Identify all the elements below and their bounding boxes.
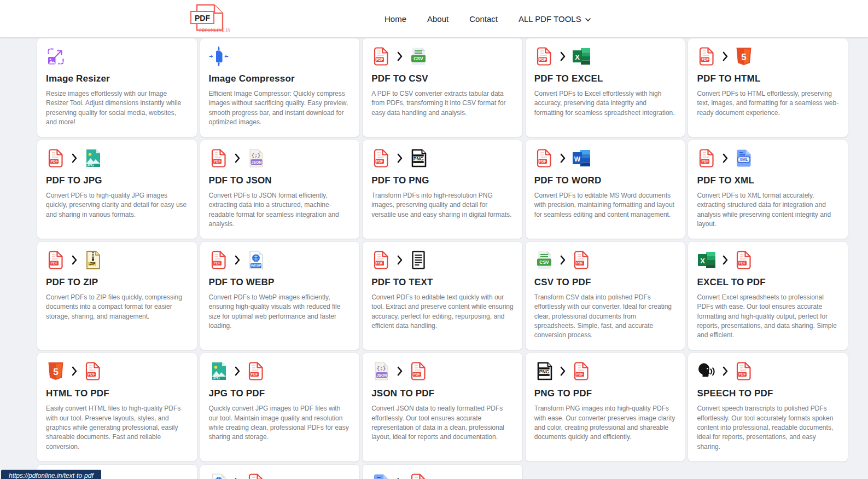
tool-card-image-compressor[interactable]: Image Compressor Efficient Image Compres… — [200, 38, 360, 137]
svg-text:PDF: PDF — [213, 159, 220, 163]
svg-text:PDF: PDF — [376, 159, 383, 163]
arrow-right-icon — [560, 153, 566, 164]
svg-text:JSON: JSON — [377, 373, 387, 377]
nav-link-about[interactable]: About — [427, 14, 448, 24]
jpg-icon: JPG — [83, 148, 103, 168]
tool-icons — [46, 46, 188, 67]
excel-icon: X — [697, 250, 716, 270]
svg-text:PDF: PDF — [702, 57, 709, 61]
tool-description: Convert PDFs to HTML effortlessly, prese… — [697, 89, 839, 118]
tool-card-webp-to-pdf[interactable]: WEBPPDF WEBP TO PDF Convert PDFs to WebP… — [200, 465, 360, 479]
nav-link-contact[interactable]: Contact — [469, 14, 498, 24]
svg-text:PDF: PDF — [739, 261, 746, 265]
site-logo[interactable]: PDF PDFONLINE.IN — [188, 3, 234, 36]
tool-icons: PDFPNG — [371, 148, 514, 169]
json-icon: {;}JSON — [246, 148, 266, 168]
svg-text:5: 5 — [53, 367, 58, 377]
tool-card-pdf-to-jpg[interactable]: PDFJPG PDF TO JPG Convert PDFs to high-q… — [37, 140, 197, 239]
tool-title: Image Compressor — [209, 73, 351, 84]
tool-card-pdf-to-webp[interactable]: PDFWEBP PDF TO WEBP Convert PDFs to WebP… — [200, 242, 360, 350]
tool-card-jpg-to-pdf[interactable]: JPGPDF JPG TO PDF Quickly convert JPG im… — [200, 353, 360, 461]
tool-icons: PDFW — [534, 148, 677, 169]
arrow-right-icon — [71, 153, 78, 164]
tool-card-json-to-pdf[interactable]: {;}JSONPDF JSON TO PDF Convert JSON data… — [363, 353, 522, 461]
tool-card-csv-to-pdf[interactable]: CSVPDF CSV TO PDF Transform CSV data int… — [526, 242, 685, 350]
png-icon: PNG — [409, 148, 428, 168]
image-resizer-icon — [46, 47, 66, 66]
tool-description: Transform PNG images into high-quality P… — [534, 404, 677, 442]
svg-text:CSV: CSV — [413, 56, 423, 61]
tool-icons: PDF{;}JSON — [209, 148, 351, 169]
tool-description: Convert speech transcripts to polished P… — [697, 404, 839, 451]
tool-card-pdf-to-json[interactable]: PDF{;}JSON PDF TO JSON Convert PDFs to J… — [200, 140, 360, 239]
tool-icons: JPGPDF — [209, 361, 351, 382]
tool-card-pdf-to-html[interactable]: PDF5 PDF TO HTML Convert PDFs to HTML ef… — [688, 38, 848, 137]
tool-card-pdf-to-xml[interactable]: PDFXML PDF TO XML Convert PDFs to XML fo… — [688, 140, 848, 239]
pdf-icon: PDF — [209, 250, 229, 270]
tool-title: PDF TO EXCEL — [534, 73, 677, 84]
tool-icons: PDF — [697, 361, 839, 382]
tool-description: Convert PDFs to ZIP files quickly, compr… — [46, 293, 188, 321]
tool-card-pdf-to-word[interactable]: PDFW PDF TO WORD Convert PDFs to editabl… — [526, 140, 685, 239]
svg-text:PNG: PNG — [539, 369, 549, 374]
nav-link-home[interactable]: Home — [385, 14, 406, 24]
tool-title: PDF TO HTML — [697, 73, 839, 84]
tool-icons: PDFCSV — [371, 46, 514, 67]
tool-icons — [209, 46, 351, 67]
tool-card-xml-to-pdf[interactable]: XMLPDF XML TO PDF Convert HTML files to … — [363, 465, 522, 479]
svg-text:X: X — [701, 257, 706, 265]
tool-card-image-resizer[interactable]: Image Resizer Resize images effortlessly… — [37, 38, 197, 137]
pdf-icon: PDF — [572, 361, 591, 381]
tool-card-pdf-to-csv[interactable]: PDFCSV PDF TO CSV A PDF to CSV converter… — [363, 38, 522, 137]
pdf-icon: PDF — [734, 250, 754, 270]
pdf-icon: PDF — [734, 361, 754, 381]
tool-title: Image Resizer — [46, 73, 188, 84]
tool-card-speech-to-pdf[interactable]: PDF SPEECH TO PDF Convert speech transcr… — [688, 353, 848, 461]
zip-icon: .ZIP — [83, 250, 103, 270]
arrow-right-icon — [722, 153, 729, 164]
nav-link-all-pdf-tools[interactable]: ALL PDF TOOLS — [519, 14, 591, 24]
tool-icons: PDFX — [534, 46, 677, 67]
tool-description: Easily convert HTML files to high-qualit… — [46, 404, 188, 451]
arrow-right-icon — [722, 255, 729, 266]
pdf-icon: PDF — [209, 148, 229, 168]
svg-text:WEBP: WEBP — [251, 264, 261, 268]
svg-text:W: W — [574, 155, 581, 163]
tool-description: Convert PDFs to WebP images efficiently,… — [209, 293, 351, 331]
tool-card-pdf-to-text[interactable]: PDF PDF TO TEXT Convert PDFs to editable… — [363, 242, 522, 350]
svg-text:PDFONLINE.IN: PDFONLINE.IN — [199, 28, 231, 33]
tool-title: HTML TO PDF — [46, 388, 188, 399]
tool-card-html-to-pdf[interactable]: 5PDF HTML TO PDF Easily convert HTML fil… — [37, 353, 197, 461]
tool-card-pdf-to-zip[interactable]: PDF.ZIP PDF TO ZIP Convert PDFs to ZIP f… — [37, 242, 197, 350]
pdf-icon: PDF — [371, 148, 391, 168]
arrow-right-icon — [560, 255, 566, 266]
tool-icons: 5PDF — [46, 361, 188, 382]
arrow-right-icon — [560, 51, 566, 62]
tool-card-excel-to-pdf[interactable]: XPDF EXCEL TO PDF Convert Excel spreadsh… — [688, 242, 848, 350]
svg-text:PDF: PDF — [576, 261, 583, 265]
svg-text:PDF: PDF — [376, 57, 383, 61]
word-icon: W — [572, 148, 591, 168]
tool-icons: XPDF — [697, 250, 839, 270]
xml-icon: XML — [734, 148, 754, 168]
tool-icons: PDFWEBP — [209, 250, 351, 270]
tool-card-pdf-to-excel[interactable]: PDFX PDF TO EXCEL Convert PDFs to Excel … — [526, 38, 685, 137]
tool-card-png-to-pdf[interactable]: PNGPDF PNG TO PDF Transform PNG images i… — [526, 353, 685, 461]
csv-icon: CSV — [409, 47, 428, 66]
tool-description: Transform CSV data into polished PDFs ef… — [534, 293, 677, 340]
arrow-right-icon — [722, 51, 729, 62]
pdf-icon: PDF — [371, 250, 391, 270]
tool-card-pdf-to-png[interactable]: PDFPNG PDF TO PNG Transform PDFs into hi… — [363, 140, 522, 239]
arrow-right-icon — [397, 51, 403, 62]
tool-title: SPEECH TO PDF — [697, 388, 839, 399]
arrow-right-icon — [722, 366, 729, 377]
pdf-icon: PDF — [371, 47, 391, 66]
nav-label: Home — [385, 14, 406, 24]
svg-text:.ZIP: .ZIP — [89, 262, 96, 266]
tool-title: JPG TO PDF — [209, 388, 351, 399]
arrow-right-icon — [234, 153, 241, 164]
svg-text:JPG: JPG — [212, 376, 219, 380]
main-nav: HomeAboutContactALL PDF TOOLS — [385, 0, 591, 37]
tool-title: PDF TO TEXT — [371, 277, 514, 288]
arrow-right-icon — [560, 366, 566, 377]
